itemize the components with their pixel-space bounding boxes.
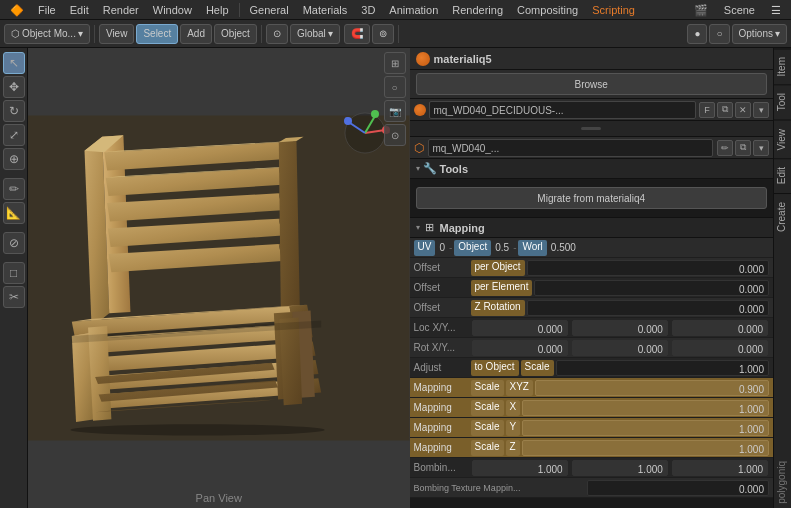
toolbar-global[interactable]: Global▾	[290, 24, 340, 44]
obj-btn[interactable]: Object	[454, 240, 491, 256]
svg-marker-20	[279, 141, 300, 319]
xyz-btn[interactable]: XYZ	[506, 380, 533, 396]
node-actions: ✏ ⧉ ▾	[717, 140, 769, 156]
tools-section: Migrate from materialiq4	[410, 179, 774, 218]
uv-val: 0	[437, 242, 447, 253]
svg-rect-7	[28, 116, 56, 122]
main-area: ↖ ✥ ↻ ⤢ ⊕ ✏ 📐 ⊘ □ ✂	[0, 48, 791, 508]
obj-val: 0.5	[493, 242, 511, 253]
world-btn[interactable]: Worl	[518, 240, 546, 256]
tools-arrow: ▾	[416, 164, 420, 173]
mapping-row-9: Mapping Scale Z 1.000	[410, 438, 774, 458]
tool-rotate[interactable]: ↻	[3, 100, 25, 122]
scale-xyz-label[interactable]: Scale	[471, 380, 504, 396]
scale-x-label[interactable]: Scale	[471, 400, 504, 416]
menu-edit[interactable]: Edit	[64, 0, 95, 20]
toolbar-add[interactable]: Add	[180, 24, 212, 44]
mat-menu-btn[interactable]: ▾	[753, 102, 769, 118]
tool-select[interactable]: ↖	[3, 52, 25, 74]
menu-scripting[interactable]: Scripting	[586, 0, 641, 20]
scroll-dots	[581, 127, 601, 130]
node-copy-btn[interactable]: ⧉	[735, 140, 751, 156]
menu-file[interactable]: File	[32, 0, 62, 20]
mat-name-field[interactable]: mq_WD040_DECIDUOUS-...	[429, 101, 697, 119]
tool-move[interactable]: ✥	[3, 76, 25, 98]
tool-measure[interactable]: 📐	[3, 202, 25, 224]
tool-cut[interactable]: ✂	[3, 286, 25, 308]
mapping-section: UV 0 - Object 0.5 - Worl 0.500 Offset pe…	[410, 238, 774, 508]
scale-z-label[interactable]: Scale	[471, 440, 504, 456]
z-rotation-btn[interactable]: Z Rotation	[471, 300, 525, 316]
menu-animation[interactable]: Animation	[383, 0, 444, 20]
menu-separator	[239, 3, 240, 17]
node-menu-btn[interactable]: ▾	[753, 140, 769, 156]
menu-blender[interactable]: 🔶	[4, 0, 30, 20]
viewport[interactable]: X Y Z ⊞ ○ 📷 ⊙ Pan View	[28, 48, 410, 508]
tools-section-header[interactable]: ▾ 🔧 Tools	[410, 159, 774, 179]
shading-solid[interactable]: ●	[687, 24, 707, 44]
menu-window[interactable]: Window	[147, 0, 198, 20]
adjust-scale-btn[interactable]: Scale	[521, 360, 554, 376]
per-object-btn[interactable]: per Object	[471, 260, 525, 276]
shading-wire[interactable]: ○	[709, 24, 729, 44]
mapping-title: Mapping	[440, 222, 485, 234]
menu-help[interactable]: Help	[200, 0, 235, 20]
node-name[interactable]: mq_WD040_...	[428, 139, 714, 157]
panel-content: materialiq5 Browse mq_WD040_DECIDUOUS-..…	[410, 48, 774, 508]
x-btn[interactable]: X	[506, 400, 521, 416]
mat-del-btn[interactable]: ✕	[735, 102, 751, 118]
z-btn[interactable]: Z	[506, 440, 520, 456]
scale-y-label[interactable]: Scale	[471, 420, 504, 436]
migrate-button[interactable]: Migrate from materialiq4	[416, 187, 768, 209]
toolbar-view[interactable]: View	[99, 24, 135, 44]
menu-general[interactable]: General	[244, 0, 295, 20]
mode-icon: ⬡	[11, 28, 20, 39]
world-val: 0.500	[549, 242, 578, 253]
snap-btn[interactable]: 🧲	[344, 24, 370, 44]
tool-scale[interactable]: ⤢	[3, 124, 25, 146]
uv-btn[interactable]: UV	[414, 240, 436, 256]
menu-3d[interactable]: 3D	[355, 0, 381, 20]
tab-view[interactable]: View	[774, 120, 791, 159]
browse-button[interactable]: Browse	[416, 73, 768, 95]
mapping-row-4: Rot X/Y... 0.000 0.000 0.000	[410, 338, 774, 358]
toolbar-pivot[interactable]: ⊙	[266, 24, 288, 44]
y-btn[interactable]: Y	[506, 420, 521, 436]
node-edit-btn[interactable]: ✏	[717, 140, 733, 156]
mapping-section-header[interactable]: ▾ ⊞ Mapping	[410, 218, 774, 238]
menu-rendering[interactable]: Rendering	[446, 0, 509, 20]
tab-item[interactable]: Item	[774, 48, 791, 84]
toolbar-mode[interactable]: ⬡ Object Mo... ▾	[4, 24, 90, 44]
mapping-row-7: Mapping Scale X 1.000	[410, 398, 774, 418]
per-element-btn[interactable]: per Element	[471, 280, 533, 296]
toolbar-object[interactable]: Object	[214, 24, 257, 44]
menu-compositing[interactable]: Compositing	[511, 0, 584, 20]
tab-create[interactable]: Create	[774, 193, 791, 240]
options-btn[interactable]: Options▾	[732, 24, 787, 44]
mapping-row-10: Bombin... 1.000 1.000 1.000	[410, 458, 774, 478]
mapping-row-1: Offset per Element 0.000	[410, 278, 774, 298]
right-tabs: Item Tool View Edit Create polygoniq	[773, 48, 791, 508]
node-icon: ⬡	[414, 141, 424, 155]
scene-name[interactable]: Scene	[718, 0, 761, 20]
tab-tool[interactable]: Tool	[774, 84, 791, 119]
menu-render[interactable]: Render	[97, 0, 145, 20]
tab-edit[interactable]: Edit	[774, 158, 791, 192]
mapping-row-0: Offset per Object 0.000	[410, 258, 774, 278]
menu-right: 🎬 Scene ☰	[688, 0, 787, 20]
mat-fake-btn[interactable]: F	[699, 102, 715, 118]
menu-materials[interactable]: Materials	[297, 0, 354, 20]
scene-icon: 🎬	[688, 0, 714, 20]
tool-cursor[interactable]: ⊘	[3, 232, 25, 254]
tool-annotate[interactable]: ✏	[3, 178, 25, 200]
tool-box[interactable]: □	[3, 262, 25, 284]
adjust-to-btn[interactable]: to Object	[471, 360, 519, 376]
mat-copy-btn[interactable]: ⧉	[717, 102, 733, 118]
tool-transform[interactable]: ⊕	[3, 148, 25, 170]
menu-icon[interactable]: ☰	[765, 0, 787, 20]
mat-circle	[414, 104, 426, 116]
uv-dash: -	[449, 242, 452, 253]
toolbar-select[interactable]: Select	[136, 24, 178, 44]
proportional-btn[interactable]: ⊚	[372, 24, 394, 44]
menu-bar: 🔶 File Edit Render Window Help General M…	[0, 0, 791, 20]
